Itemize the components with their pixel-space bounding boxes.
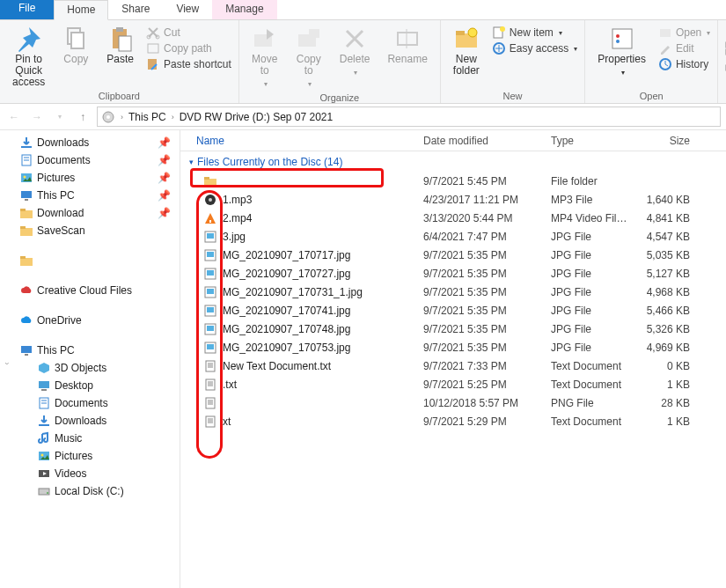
forward-button[interactable]: → (28, 108, 46, 126)
cut-button[interactable]: Cut (146, 26, 231, 40)
svg-rect-52 (20, 256, 26, 259)
file-type: MP4 Video File (V... (546, 212, 634, 224)
file-row[interactable]: MG_20210907_170753.jpg9/7/2021 5:35 PMJP… (180, 338, 726, 356)
nav-item[interactable]: Desktop (0, 377, 180, 394)
paste-shortcut-button[interactable]: Paste shortcut (146, 57, 231, 71)
file-type: JPG File (546, 305, 634, 317)
file-name: 3.jpg (223, 231, 246, 243)
col-name[interactable]: Name (180, 135, 418, 147)
rename-button[interactable]: Rename (382, 24, 432, 67)
nav-item[interactable]: Download📌 (0, 204, 180, 222)
file-row[interactable]: 2.mp43/13/2020 5:44 PMMP4 Video File (V.… (180, 209, 726, 227)
drive-icon (37, 484, 51, 498)
new-item-button[interactable]: New item▾ (492, 26, 577, 40)
copy-path-button[interactable]: Copy path (146, 41, 231, 55)
new-folder-button[interactable]: New folder (448, 24, 485, 78)
svg-point-65 (47, 492, 48, 494)
file-row[interactable]: .txt9/7/2021 5:25 PMText Document1 KB (180, 375, 726, 393)
file-size: 28 KB (634, 397, 695, 409)
easy-access-button[interactable]: Easy access▾ (492, 41, 577, 55)
file-type: JPG File (546, 249, 634, 261)
nav-item[interactable]: Music (0, 430, 180, 447)
nav-item[interactable]: Creative Cloud Files (0, 282, 180, 299)
folder-icon (19, 254, 33, 268)
tab-home[interactable]: Home (54, 0, 108, 20)
file-row[interactable]: 1.mp34/23/2017 11:21 PMMP3 File1,640 KB (180, 190, 726, 209)
nav-item[interactable]: This PC📌 (0, 187, 180, 204)
nav-item[interactable]: 3D Objects (0, 359, 180, 377)
open-button[interactable]: Open▾ (658, 26, 710, 40)
crumb-this-pc[interactable]: This PC (128, 111, 166, 123)
paste-button[interactable]: Paste (101, 24, 139, 67)
file-row[interactable]: MG_20210907_170741.jpg9/7/2021 5:35 PMJP… (180, 301, 726, 320)
nav-item[interactable]: SaveScan (0, 222, 180, 239)
file-date: 9/7/2021 5:45 PM (418, 175, 546, 187)
svg-rect-1 (71, 33, 84, 48)
file-size: 5,466 KB (634, 305, 695, 317)
file-row[interactable]: MG_20210907_170731_1.jpg9/7/2021 5:35 PM… (180, 283, 726, 301)
col-date[interactable]: Date modified (418, 135, 546, 147)
file-size: 4,969 KB (634, 342, 695, 354)
col-type[interactable]: Type (546, 135, 634, 147)
file-name: 1.mp3 (223, 194, 252, 206)
history-button[interactable]: History (658, 57, 710, 71)
recent-button[interactable]: ▾ (51, 108, 69, 126)
pc-icon (19, 343, 33, 357)
navigation-pane[interactable]: Downloads📌Documents📌Pictures📌This PC📌Dow… (0, 130, 180, 588)
delete-icon (341, 26, 368, 52)
group-label-clipboard: Clipboard (7, 90, 231, 101)
file-date: 10/12/2018 5:57 PM (418, 397, 546, 409)
crumb-drive[interactable]: DVD RW Drive (D:) Sep 07 2021 (180, 111, 334, 123)
nav-item[interactable]: Documents (0, 394, 180, 412)
file-row[interactable]: 10/12/2018 5:57 PMPNG File28 KB (180, 393, 726, 412)
nav-label: Creative Cloud Files (37, 284, 132, 297)
copy-to-icon (296, 26, 322, 52)
file-type: Text Document (546, 379, 634, 391)
nav-item[interactable]: Local Disk (C:) (0, 482, 180, 500)
nav-item[interactable]: Documents📌 (0, 151, 180, 169)
svg-rect-39 (21, 146, 32, 148)
svg-rect-53 (21, 346, 32, 353)
back-button[interactable]: ← (5, 108, 23, 126)
pin-icon: 📌 (158, 154, 171, 166)
file-list[interactable]: Name Date modified Type Size ▾ Files Cur… (180, 130, 726, 588)
tab-manage[interactable]: Manage (212, 0, 276, 19)
breadcrumb-box[interactable]: › This PC › DVD RW Drive (D:) Sep 07 202… (97, 107, 721, 127)
file-row[interactable]: xt9/7/2021 5:29 PMText Document1 KB (180, 412, 726, 430)
edit-button[interactable]: Edit (658, 41, 710, 55)
pin-to-quick-access-button[interactable]: Pin to Quick access (7, 24, 50, 90)
videos-icon (37, 467, 51, 481)
file-row[interactable]: MG_20210907_170748.jpg9/7/2021 5:35 PMJP… (180, 320, 726, 338)
file-row[interactable]: 3.jpg6/4/2021 7:47 PMJPG File4,547 KB (180, 227, 726, 246)
nav-item[interactable]: Downloads📌 (0, 134, 180, 151)
nav-item[interactable] (0, 252, 180, 269)
tab-file[interactable]: File (0, 0, 54, 19)
nav-item[interactable]: OneDrive (0, 312, 180, 329)
nav-item[interactable]: Downloads (0, 412, 180, 430)
file-name: MG_20210907_170741.jpg (223, 305, 350, 317)
nav-label: Documents (55, 397, 108, 409)
nav-item[interactable]: Pictures📌 (0, 169, 180, 187)
move-to-button[interactable]: Move to▾ (246, 24, 283, 92)
file-row[interactable]: New Text Document.txt9/7/2021 7:33 PMTex… (180, 356, 726, 375)
column-headers[interactable]: Name Date modified Type Size (180, 130, 726, 151)
nav-item[interactable]: This PC (0, 342, 180, 359)
file-row[interactable]: MG_20210907_170727.jpg9/7/2021 5:35 PMJP… (180, 264, 726, 283)
up-button[interactable]: ↑ (74, 108, 92, 126)
copy-to-button[interactable]: Copy to▾ (290, 24, 327, 92)
file-date: 9/7/2021 5:25 PM (418, 379, 546, 391)
col-size[interactable]: Size (634, 135, 695, 147)
properties-button[interactable]: Properties▾ (592, 24, 651, 80)
tab-share[interactable]: Share (108, 0, 163, 19)
file-size: 0 KB (634, 360, 695, 372)
copy-button[interactable]: Copy (57, 24, 94, 67)
file-size: 1 KB (634, 379, 695, 391)
delete-button[interactable]: Delete▾ (334, 24, 376, 80)
nav-item[interactable]: Pictures (0, 447, 180, 465)
nav-item[interactable]: Videos (0, 465, 180, 482)
tab-view[interactable]: View (163, 0, 212, 19)
svg-point-44 (24, 176, 26, 179)
nav-label: Videos (55, 467, 86, 480)
file-row[interactable]: MG_20210907_170717.jpg9/7/2021 5:35 PMJP… (180, 246, 726, 264)
nav-label: 3D Objects (55, 362, 106, 374)
